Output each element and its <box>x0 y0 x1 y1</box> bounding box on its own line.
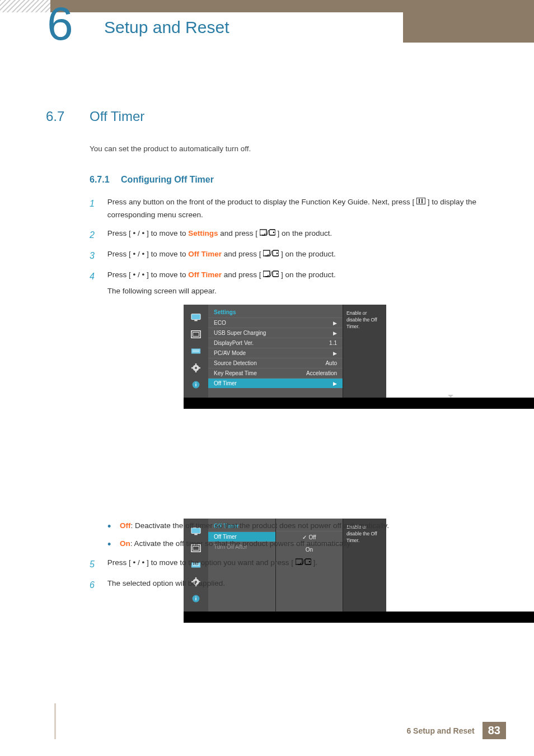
chapter-title: Setup and Reset <box>104 18 229 37</box>
steps-list-cont: 5 Press [ • / • ] to move to the option … <box>90 557 493 598</box>
step-text: ] on the product. <box>278 229 332 237</box>
page-number: 83 <box>483 722 506 739</box>
select-enter-icon: / <box>260 227 275 240</box>
select-enter-icon: / <box>296 557 311 570</box>
osd-navbar: ◀ ▼ ▲ ▶ <box>184 398 534 409</box>
keyword-on: On <box>120 539 130 548</box>
select-enter-icon: / <box>263 248 279 261</box>
bullet-text: : Activate the off timer so that the pro… <box>130 539 352 548</box>
bullet-dot-icon: • <box>107 539 111 550</box>
svg-rect-7 <box>263 250 270 256</box>
svg-rect-19 <box>191 349 200 354</box>
scroll-down-icon <box>448 395 453 398</box>
chevron-right-icon: ▶ <box>333 381 337 386</box>
footer-rule <box>54 703 56 739</box>
svg-point-14 <box>277 273 278 275</box>
step-text: Press [ • / • ] to move to <box>107 229 189 237</box>
svg-rect-9 <box>273 250 279 256</box>
keyword-off: Off <box>120 521 131 530</box>
osd-row: USB Super Charging▶ <box>208 328 343 338</box>
section-intro: You can set the product to automatically… <box>90 144 251 153</box>
subsection-number: 6.7.1 <box>90 175 110 184</box>
step-text: The selected option will be applied. <box>107 577 488 590</box>
svg-text:/: / <box>267 230 269 236</box>
svg-rect-13 <box>273 271 279 277</box>
svg-point-10 <box>277 253 278 254</box>
osd-help-pane: Enable or disable the Off Timer. <box>343 305 386 398</box>
menu-icon <box>416 196 425 209</box>
step-6: 6 The selected option will be applied. <box>90 577 493 592</box>
section-number: 6.7 <box>46 109 64 124</box>
osd-title: Settings <box>208 305 343 318</box>
display-icon <box>190 312 202 323</box>
keyword-settings: Settings <box>188 229 218 237</box>
page-footer: 6 Setup and Reset 83 <box>406 722 506 739</box>
step-text: Press any button on the front of the pro… <box>107 198 416 206</box>
step-4: 4 Press [ • / • ] to move to Off Timer a… <box>90 269 493 298</box>
option-bullets: • Off: Deactivate the off timer so that … <box>107 520 488 555</box>
step-1: 1 Press any button on the front of the p… <box>90 196 493 222</box>
svg-rect-45 <box>296 559 302 564</box>
keyword-offtimer: Off Timer <box>188 270 222 279</box>
chevron-right-icon: ▶ <box>333 351 337 356</box>
svg-rect-16 <box>194 320 197 321</box>
bullet-on: • On: Activate the off timer so that the… <box>107 538 488 550</box>
section-title: Off Timer <box>90 109 144 124</box>
step-text: and press [ <box>222 270 261 279</box>
step-3: 3 Press [ • / • ] to move to Off Timer a… <box>90 248 493 263</box>
step-number: 5 <box>90 557 105 572</box>
step-text: and press [ <box>218 229 258 237</box>
step-text: ]. <box>313 558 317 567</box>
osd-row: ECO▶ <box>208 318 343 328</box>
chevron-right-icon: ▶ <box>333 320 337 326</box>
osd-row: Key Repeat TimeAcceleration <box>208 368 343 378</box>
info-icon: i <box>190 380 202 390</box>
svg-rect-3 <box>260 230 266 235</box>
picture-icon <box>190 329 202 339</box>
step-text: ] on the product. <box>281 270 336 279</box>
osd-main-pane: Settings ECO▶ USB Super Charging▶ Displa… <box>208 305 343 398</box>
svg-rect-15 <box>191 314 200 320</box>
step-text: Press [ • / • ] to move to the option yo… <box>107 558 293 567</box>
osd-row: Source DetectionAuto <box>208 358 343 368</box>
svg-point-48 <box>308 561 310 563</box>
chapter-number: 6 <box>47 0 73 47</box>
svg-text:/: / <box>303 559 305 565</box>
step-number: 6 <box>90 577 105 592</box>
subsection-title: Configuring Off Timer <box>121 175 214 184</box>
bullet-text: : Deactivate the off timer so that the p… <box>131 521 390 530</box>
step-text: ] on the product. <box>281 250 336 258</box>
step-number: 4 <box>90 269 105 284</box>
step-number: 3 <box>90 248 105 263</box>
svg-rect-47 <box>305 559 311 564</box>
svg-rect-0 <box>416 198 425 204</box>
footer-chapter: 6 Setup and Reset <box>406 726 474 735</box>
svg-text:/: / <box>270 250 272 256</box>
bullet-off: • Off: Deactivate the off timer so that … <box>107 520 488 532</box>
osd-row: DisplayPort Ver.1.1 <box>208 338 343 348</box>
osd-screenshot-settings: i Settings ECO▶ USB Super Charging▶ Disp… <box>184 305 534 409</box>
steps-list: 1 Press any button on the front of the p… <box>90 196 493 304</box>
header-hatch-decor <box>0 0 50 12</box>
svg-point-6 <box>273 232 275 234</box>
chevron-right-icon: ▶ <box>333 330 337 336</box>
osd-sidebar: i <box>184 305 208 398</box>
osd-row-selected: Off Timer▶ <box>208 378 343 388</box>
step-2: 2 Press [ • / • ] to move to Settings an… <box>90 227 493 242</box>
svg-rect-5 <box>269 230 275 235</box>
osd-navbar: ◀ ▼ ▲ ↵ <box>184 612 534 623</box>
svg-rect-18 <box>193 332 199 336</box>
svg-rect-11 <box>263 271 270 277</box>
step-number: 1 <box>90 196 105 211</box>
step-number: 2 <box>90 227 105 242</box>
subsection-heading: 6.7.1 Configuring Off Timer <box>90 175 214 185</box>
step-5: 5 Press [ • / • ] to move to the option … <box>90 557 493 572</box>
step-text: Press [ • / • ] to move to <box>107 250 189 258</box>
select-enter-icon: / <box>263 269 279 282</box>
step-follow-text: The following screen will appear. <box>107 285 488 298</box>
svg-text:i: i <box>195 382 196 388</box>
svg-point-23 <box>195 367 197 369</box>
step-text: and press [ <box>222 250 261 258</box>
bullet-dot-icon: • <box>107 521 111 532</box>
osd-row: PC/AV Mode▶ <box>208 348 343 358</box>
